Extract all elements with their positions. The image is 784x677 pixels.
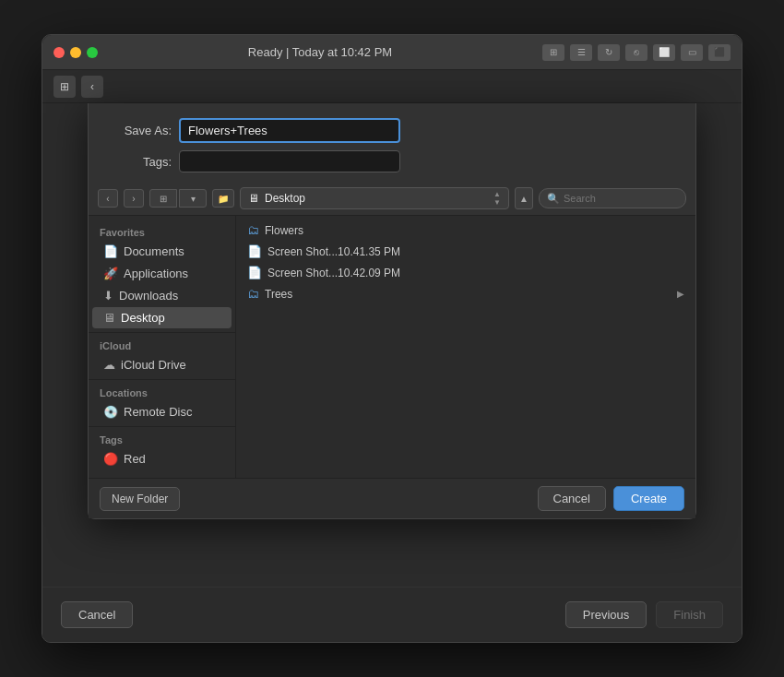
wizard-bottom-bar: Cancel Previous Finish: [42, 587, 742, 642]
sidebar-item-label: Remote Disc: [124, 405, 192, 419]
save-dialog-footer: New Folder Cancel Create: [89, 478, 695, 518]
minimize-button[interactable]: [70, 47, 81, 58]
sidebar-grid-icon[interactable]: ⊞: [53, 76, 76, 98]
down-arrow-icon: ▼: [493, 199, 501, 207]
app-window: Ready | Today at 10:42 PM ⊞ ☰ ↻ ⎋ ⬜ ▭ ⬛ …: [42, 34, 742, 643]
sidebar-item-label: Downloads: [119, 289, 178, 303]
sidebar-item-icloud-drive[interactable]: ☁ iCloud Drive: [92, 354, 232, 375]
sidebar-item-applications[interactable]: 🚀 Applications: [92, 263, 232, 284]
search-input[interactable]: [564, 193, 665, 204]
sidebar-item-downloads[interactable]: ⬇ Downloads: [92, 285, 232, 306]
file-name: Screen Shot...10.41.35 PM: [267, 245, 684, 258]
file-item-flowers[interactable]: 🗂 Flowers: [236, 220, 695, 241]
icloud-section-label: iCloud: [89, 337, 235, 353]
refresh-icon[interactable]: ↻: [598, 44, 620, 61]
expand-button[interactable]: ▲: [515, 187, 533, 209]
main-toolbar: ⊞ ‹: [42, 70, 742, 103]
folder-icon: 🗂: [247, 287, 259, 301]
tags-row: Tags:: [107, 150, 677, 172]
file-item-screenshot2[interactable]: 📄 Screen Shot...10.42.09 PM: [236, 262, 695, 283]
save-as-label: Save As:: [107, 124, 172, 137]
sidebar-item-remote-disc[interactable]: 💿 Remote Disc: [92, 401, 232, 422]
sidebar-divider-3: [89, 426, 235, 427]
red-tag-icon: 🔴: [103, 452, 118, 466]
title-bar-controls: ⊞ ☰ ↻ ⎋ ⬜ ▭ ⬛: [542, 44, 731, 61]
wizard-right-buttons: Previous Finish: [565, 601, 723, 628]
sidebar-item-documents[interactable]: 📄 Documents: [92, 241, 232, 262]
sidebar-item-label: Documents: [124, 244, 184, 258]
back-nav-button[interactable]: ‹: [98, 189, 118, 208]
file-name: Flowers: [265, 224, 684, 237]
chevron-left-icon[interactable]: ‹: [81, 76, 103, 98]
folder-icon-button[interactable]: 📁: [212, 189, 234, 208]
file-name: Screen Shot...10.42.09 PM: [267, 267, 684, 279]
sidebar-divider-2: [89, 379, 235, 380]
desktop-icon: 🖥: [103, 311, 115, 325]
wizard-previous-button[interactable]: Previous: [565, 601, 647, 628]
sidebar-item-label: iCloud Drive: [121, 358, 186, 372]
sidebar-item-label: Applications: [124, 267, 188, 280]
fullscreen-icon[interactable]: ⬛: [708, 44, 731, 61]
search-icon: 🔍: [547, 193, 560, 205]
sidebar-divider-1: [89, 332, 235, 333]
cancel-dialog-button[interactable]: Cancel: [538, 486, 606, 511]
create-button[interactable]: Create: [613, 486, 684, 511]
remote-disc-icon: 💿: [103, 405, 118, 419]
sidebar-item-desktop[interactable]: 🖥 Desktop: [92, 307, 232, 328]
wizard-finish-button[interactable]: Finish: [656, 601, 723, 628]
tags-input[interactable]: [179, 150, 400, 172]
maximize-button[interactable]: [87, 47, 98, 58]
sidebar-toggle-icon[interactable]: ⊞: [542, 44, 564, 61]
icloud-icon: ☁: [103, 358, 115, 372]
file-item-trees[interactable]: 🗂 Trees ▶: [236, 283, 695, 304]
tags-section-label: Tags: [89, 431, 235, 447]
location-folder-icon: 🖥: [248, 192, 259, 205]
list-view-button[interactable]: ▾: [179, 189, 207, 208]
up-arrow-icon: ▲: [493, 191, 501, 198]
file-item-screenshot1[interactable]: 📄 Screen Shot...10.41.35 PM: [236, 241, 695, 262]
save-as-input[interactable]: [179, 118, 400, 143]
search-box: 🔍: [539, 188, 686, 208]
sidebar: Favorites 📄 Documents 🚀 Applications ⬇ D…: [89, 216, 236, 478]
chevron-right-icon: ▶: [677, 289, 684, 299]
new-folder-button[interactable]: New Folder: [100, 487, 180, 511]
view-mode-group: ⊞ ▾: [149, 189, 207, 208]
save-dialog-header: Save As: Tags:: [89, 103, 695, 182]
traffic-lights: [53, 47, 98, 58]
app-content: ⊞ ‹ Save As: Tags:: [42, 70, 742, 642]
window-title: Ready | Today at 10:42 PM: [105, 45, 535, 59]
sidebar-item-red-tag[interactable]: 🔴 Red: [92, 448, 232, 469]
tags-label: Tags:: [107, 155, 172, 169]
forward-nav-button[interactable]: ›: [124, 189, 144, 208]
sidebar-item-label: Red: [124, 452, 146, 466]
folder-icon: 🗂: [247, 223, 259, 237]
file-doc-icon: 📄: [247, 266, 262, 279]
window-mode-icon[interactable]: ⬜: [653, 44, 675, 61]
location-label: Desktop: [265, 192, 305, 205]
list-view-icon[interactable]: ☰: [570, 44, 592, 61]
location-arrows: ▲ ▼: [493, 191, 501, 207]
save-dialog-wrapper: Save As: Tags: ‹ › ⊞ ▾ 📁: [42, 103, 742, 642]
save-as-row: Save As:: [107, 118, 677, 143]
icon-view-button[interactable]: ⊞: [149, 189, 177, 208]
applications-icon: 🚀: [103, 267, 118, 280]
file-browser-body: Favorites 📄 Documents 🚀 Applications ⬇ D…: [89, 216, 695, 478]
sidebar-item-label: Desktop: [121, 311, 165, 325]
file-name: Trees: [265, 288, 671, 301]
downloads-icon: ⬇: [103, 289, 113, 303]
locations-section-label: Locations: [89, 384, 235, 400]
close-button[interactable]: [53, 47, 65, 58]
share-icon[interactable]: ⎋: [625, 44, 647, 61]
location-dropdown[interactable]: 🖥 Desktop ▲ ▼: [240, 187, 509, 209]
file-doc-icon: 📄: [247, 244, 262, 258]
title-bar: Ready | Today at 10:42 PM ⊞ ☰ ↻ ⎋ ⬜ ▭ ⬛: [42, 35, 742, 70]
dialog-action-buttons: Cancel Create: [538, 486, 685, 511]
save-dialog: Save As: Tags: ‹ › ⊞ ▾ 📁: [88, 103, 696, 519]
file-list: 🗂 Flowers 📄 Screen Shot...10.41.35 PM 📄 …: [236, 216, 695, 478]
documents-icon: 📄: [103, 244, 118, 258]
wizard-cancel-button[interactable]: Cancel: [61, 601, 133, 628]
display-icon[interactable]: ▭: [681, 44, 703, 61]
file-browser-toolbar: ‹ › ⊞ ▾ 📁 🖥 Desktop ▲ ▼: [89, 182, 695, 216]
favorites-section-label: Favorites: [89, 223, 235, 240]
